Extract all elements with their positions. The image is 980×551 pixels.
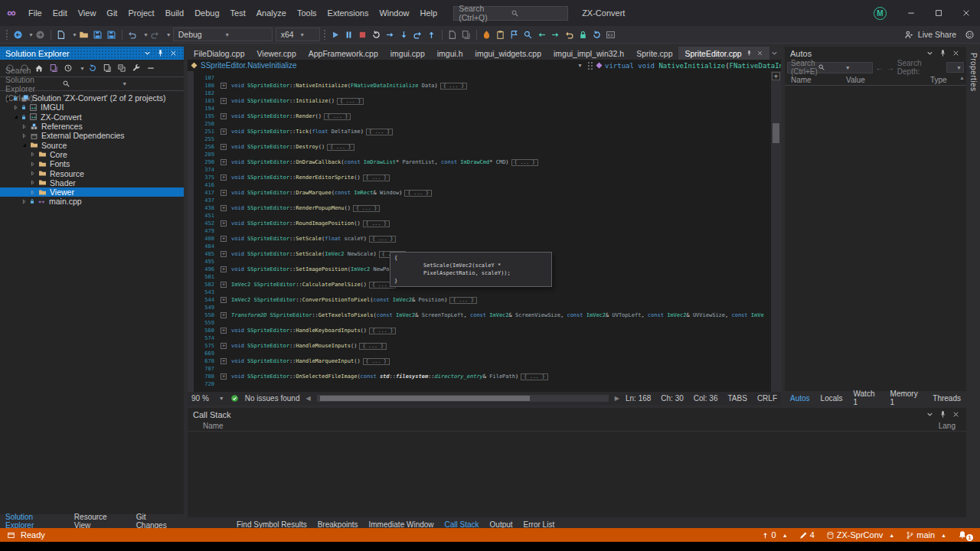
collapsed-region[interactable]: { ... }	[511, 159, 538, 166]
close-icon[interactable]	[756, 50, 763, 57]
refresh-icon[interactable]	[86, 61, 100, 75]
code-line[interactable]: 375+void SSpriteEditor::RenderEditorSpri…	[188, 174, 771, 181]
close-icon[interactable]	[950, 48, 961, 59]
dropdown-caret[interactable]: ▼	[166, 32, 172, 37]
collapsed-arrow-icon[interactable]	[28, 170, 37, 177]
code-line[interactable]: 574	[188, 334, 771, 342]
menu-project[interactable]: Project	[122, 5, 159, 21]
outline-expand-icon[interactable]: +	[220, 113, 227, 119]
document-outline-icon[interactable]	[459, 28, 473, 41]
save-all-icon[interactable]	[105, 28, 119, 41]
code-line[interactable]: 289	[188, 151, 771, 158]
menu-test[interactable]: Test	[225, 5, 251, 21]
start-debugging-icon[interactable]	[328, 28, 342, 41]
column-name[interactable]: Name	[188, 422, 939, 430]
tree-item-main-cpp[interactable]: ++main.cpp	[0, 197, 184, 206]
outline-expand-icon[interactable]: +	[220, 282, 227, 288]
code-line[interactable]: 416	[188, 181, 771, 189]
code-line[interactable]: 194	[188, 105, 771, 112]
collapse-all-icon[interactable]	[115, 61, 129, 75]
tree-item-references[interactable]: References	[0, 122, 184, 131]
code-line[interactable]: 549	[188, 304, 771, 311]
document-tab-spriteeditor-cpp[interactable]: SpriteEditor.cpp	[678, 47, 769, 60]
outline-expand-icon[interactable]: +	[220, 343, 227, 349]
collapsed-region[interactable]: { ... }	[363, 220, 390, 227]
menu-file[interactable]: File	[23, 5, 47, 21]
column-lang[interactable]: Lang	[939, 422, 966, 430]
collapsed-region[interactable]: { ... }	[404, 190, 431, 197]
code-line[interactable]: 451	[188, 212, 771, 220]
collapsed-arrow-icon[interactable]	[28, 179, 37, 186]
step-over-icon[interactable]	[411, 28, 425, 41]
collapsed-arrow-icon[interactable]	[11, 104, 20, 111]
code-search-icon[interactable]	[521, 28, 535, 41]
search-back-arrow-icon[interactable]: ←	[876, 64, 884, 72]
code-line[interactable]: 559	[188, 319, 771, 327]
tab-git-changes[interactable]: Git Changes	[131, 514, 184, 528]
outline-expand-icon[interactable]: +	[220, 266, 227, 272]
code-line[interactable]: 255	[188, 135, 771, 143]
tab-autos[interactable]: Autos	[785, 391, 815, 405]
breadcrumb-member-dropdown[interactable]: virtual void NativeInitialize(FNativeDat…	[596, 61, 781, 70]
tree-item-imgui[interactable]: ++IMGUI	[0, 103, 184, 112]
menu-git[interactable]: Git	[101, 5, 122, 21]
menu-window[interactable]: Window	[374, 5, 414, 21]
stop-debugging-icon[interactable]	[356, 28, 370, 41]
repository-button[interactable]: ZX-SprConv ▲	[826, 530, 894, 540]
close-button[interactable]	[952, 2, 980, 24]
document-tab-imgui-impl-win32-h[interactable]: imgui_impl_win32.h	[547, 47, 630, 60]
code-line[interactable]: 417+void SSpriteEditor::DrawMarquee(cons…	[188, 189, 771, 197]
dropdown-caret[interactable]: ▼	[72, 32, 77, 37]
tree-item-zx-convert[interactable]: ++ZX-Convert	[0, 112, 184, 122]
column-value[interactable]: Value	[846, 76, 930, 84]
restart-icon[interactable]	[370, 28, 384, 41]
document-tab-sprite-cpp[interactable]: Sprite.cpp	[630, 47, 678, 60]
code-line[interactable]: 438+void SSpriteEditor::RenderPopupMenu(…	[188, 204, 771, 212]
solution-explorer-header[interactable]: Solution Explorer	[0, 47, 184, 60]
collapsed-region[interactable]: { ... }	[369, 328, 396, 334]
scrollbar-up-arrow[interactable]: ▲	[958, 75, 966, 86]
code-line[interactable]: 452+void SSpriteEditor::RoundImagePositi…	[188, 220, 771, 227]
code-line[interactable]: 479	[188, 227, 771, 235]
outline-expand-icon[interactable]: +	[220, 297, 227, 303]
tree-item-viewer[interactable]: Viewer	[0, 187, 184, 197]
collapsed-arrow-icon[interactable]	[20, 123, 28, 130]
tree-item-core[interactable]: Core	[0, 150, 184, 159]
code-line[interactable]: 290+void SSpriteEditor::OnDrawCallback(c…	[188, 158, 771, 166]
outline-expand-icon[interactable]: +	[220, 190, 227, 196]
tree-item-shader[interactable]: Shader	[0, 178, 184, 187]
pending-edits-button[interactable]: 4	[799, 530, 815, 540]
account-avatar[interactable]: M	[874, 7, 887, 20]
menu-edit[interactable]: Edit	[47, 5, 73, 21]
shortcut-icon[interactable]: KX	[604, 28, 618, 41]
nest-files-icon[interactable]	[100, 61, 114, 75]
collapsed-region[interactable]: { ... }	[353, 205, 380, 212]
outline-expand-icon[interactable]: +	[220, 98, 227, 104]
outline-expand-icon[interactable]: +	[220, 159, 227, 165]
tab-memory-1[interactable]: Memory 1	[885, 391, 928, 405]
menu-tools[interactable]: Tools	[292, 5, 322, 21]
toolbar-grabber[interactable]	[323, 29, 327, 40]
tab-watch-1[interactable]: Watch 1	[848, 391, 884, 405]
pin-icon[interactable]	[937, 409, 948, 420]
sync-icon[interactable]	[590, 28, 604, 41]
tree-item-external-dependencies[interactable]: External Dependencies	[0, 131, 184, 140]
collapsed-region[interactable]: { ... }	[521, 373, 547, 380]
minimize-button[interactable]	[897, 2, 925, 24]
search-depth-dropdown[interactable]: ▼	[946, 62, 964, 73]
tab-resource-view[interactable]: Resource View	[69, 514, 131, 528]
outline-expand-icon[interactable]: +	[220, 144, 227, 150]
show-next-statement-icon[interactable]	[384, 28, 397, 41]
window-menu-icon[interactable]	[142, 48, 152, 59]
horizontal-scrollbar[interactable]	[317, 395, 609, 402]
solution-platforms-dropdown[interactable]: x64▼	[276, 28, 320, 41]
menu-build[interactable]: Build	[160, 5, 189, 21]
outline-expand-icon[interactable]: +	[220, 236, 227, 242]
zoom-level-dropdown[interactable]: 90 %	[191, 394, 209, 403]
document-tab-imgui-widgets-cpp[interactable]: imgui_widgets.cpp	[469, 47, 547, 60]
properties-icon[interactable]	[129, 61, 143, 75]
pin-icon[interactable]	[746, 50, 753, 57]
code-line[interactable]: 670+void SSpriteEditor::HandleMarqueeInp…	[188, 357, 771, 365]
tree-item-source[interactable]: Source	[0, 140, 184, 149]
live-share-button[interactable]: Live Share	[904, 30, 956, 40]
